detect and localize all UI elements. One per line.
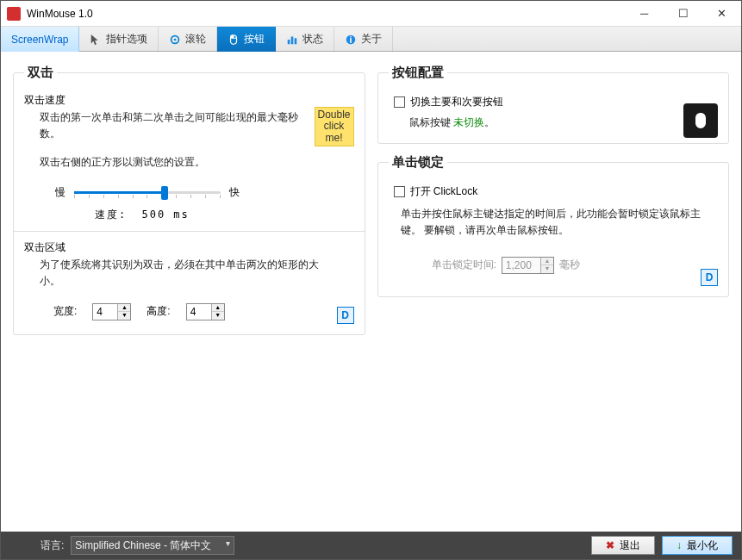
tab-label: 关于 [361,32,382,47]
dczone-heading: 双击区域 [24,240,354,255]
button-config-group: 按钮配置 切换主要和次要按钮 鼠标按键 未切换。 [377,65,730,144]
svg-rect-6 [295,38,297,44]
info-icon: i [345,34,357,46]
language-select[interactable]: Simplified Chinese - 简体中文 [71,536,234,555]
height-input[interactable] [187,304,211,320]
mouse-button-icon [228,34,240,46]
clicklock-desc: 单击并按住鼠标主键达指定的时间后，此功能会暂时锁定该鼠标主键。 要解锁，请再次单… [401,206,711,239]
swap-status: 鼠标按键 未切换。 [409,115,677,131]
doubleclick-legend: 双击 [24,65,57,81]
clicklock-legend: 单击锁定 [389,154,447,171]
exit-button[interactable]: ✖ 退出 [591,536,655,555]
tab-pointer-options[interactable]: 指针选项 [79,27,159,52]
test-desc: 双击右侧的正方形以测试您的设置。 [40,154,307,171]
tab-label: 状态 [302,32,323,47]
exit-icon: ✖ [606,539,614,551]
clicklock-group: 单击锁定 打开 ClickLock 单击并按住鼠标主键达指定的时间后，此功能会暂… [377,154,730,296]
clicklock-checkbox[interactable] [394,186,405,197]
width-input[interactable] [93,304,117,320]
mouse-icon [683,103,718,138]
svg-rect-4 [288,40,290,44]
speed-heading: 双击速度 [24,93,354,108]
svg-rect-3 [231,34,234,38]
app-icon [7,7,21,21]
window-title: WinMouse 1.0 [27,8,625,20]
cursor-icon [90,34,102,46]
svg-rect-5 [291,36,294,44]
up-arrow-icon[interactable]: ▲ [541,258,553,265]
tab-label: 指针选项 [106,32,147,47]
footer-bar: 语言: Simplified Chinese - 简体中文 ✖ 退出 ↓ 最小化 [1,532,741,559]
swap-buttons-checkbox[interactable] [394,96,405,108]
clicklock-label: 打开 ClickLock [410,184,478,199]
clicklock-time-unit: 毫秒 [559,258,580,272]
default-zone-button[interactable]: D [337,307,354,324]
clicklock-time-stepper[interactable]: ▲▼ [502,257,554,274]
dczone-desc: 为了使系统将其识别为双击，必须在其中单击两次的矩形的大小。 [40,257,333,289]
tab-label: 按钮 [244,32,265,47]
height-stepper[interactable]: ▲▼ [186,303,225,320]
maximize-window-button[interactable]: ☐ [664,1,702,27]
tab-label: 滚轮 [185,32,206,47]
svg-point-1 [174,38,177,40]
tab-about[interactable]: i 关于 [334,27,393,52]
down-arrow-icon[interactable]: ▼ [118,312,130,320]
clicklock-time-input[interactable] [502,258,540,273]
width-label: 宽度: [53,304,77,319]
tab-screenwrap[interactable]: ScreenWrap [1,27,79,52]
swap-buttons-label: 切换主要和次要按钮 [410,95,503,109]
speed-desc: 双击的第一次单击和第二次单击之间可能出现的最大毫秒数。 [40,109,307,142]
speed-readout: 速度: 500 ms [95,208,354,222]
width-stepper[interactable]: ▲▼ [92,303,131,320]
close-window-button[interactable]: ✕ [702,1,741,27]
tab-buttons[interactable]: 按钮 [217,27,276,52]
minimize-button[interactable]: ↓ 最小化 [662,536,733,555]
down-arrow-icon[interactable]: ▼ [212,312,224,320]
doubleclick-group: 双击 Double click me! 双击速度 双击的第一次单击和第二次单击之… [13,65,365,335]
wheel-icon [169,34,181,46]
doubleclick-test-box[interactable]: Double click me! [315,107,354,146]
tab-status[interactable]: 状态 [276,27,334,52]
status-icon [286,34,298,46]
svg-text:i: i [350,34,352,44]
slow-label: 慢 [55,185,65,200]
default-clicklock-button[interactable]: D [701,269,718,286]
tab-bar: ScreenWrap 指针选项 滚轮 按钮 状态 i 关于 [1,27,741,52]
language-label: 语言: [41,538,64,553]
tab-wheel[interactable]: 滚轮 [159,27,217,52]
height-label: 高度: [147,304,170,319]
up-arrow-icon[interactable]: ▲ [212,304,224,312]
minimize-icon: ↓ [677,539,682,551]
doubleclick-speed-slider[interactable] [74,184,221,202]
tab-label: ScreenWrap [11,34,68,46]
button-config-legend: 按钮配置 [389,65,447,81]
minimize-window-button[interactable]: ─ [625,1,664,27]
fast-label: 快 [229,185,240,200]
up-arrow-icon[interactable]: ▲ [118,304,130,312]
clicklock-time-label: 单击锁定时间: [432,258,496,272]
down-arrow-icon[interactable]: ▼ [541,265,553,273]
title-bar: WinMouse 1.0 ─ ☐ ✕ [1,1,741,27]
